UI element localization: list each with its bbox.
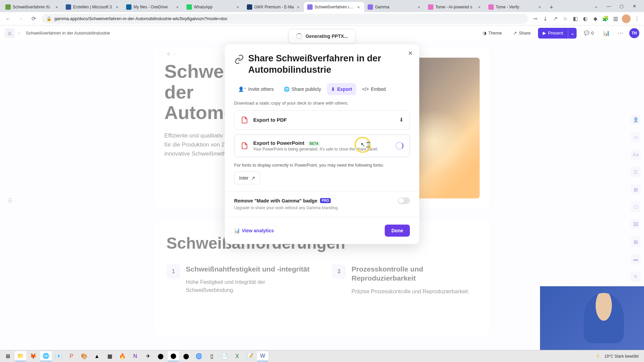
tab-title: Tome - Verify — [496, 5, 535, 9]
tab-4[interactable]: GMX Premium - E-Ma× — [244, 2, 304, 12]
tab-8[interactable]: Tome - Verify× — [485, 2, 545, 12]
app-icon[interactable]: ⬤ — [155, 351, 166, 361]
close-icon[interactable]: × — [296, 5, 301, 9]
extension-icon[interactable]: ◧ — [572, 15, 579, 22]
analytics-icon[interactable]: 📊 — [601, 28, 612, 39]
pro-badge: PRO — [320, 198, 331, 203]
app-icon[interactable]: 🔥 — [117, 351, 128, 361]
tab-7[interactable]: Tome - AI-powered s× — [425, 2, 485, 12]
close-button[interactable]: ✕ — [406, 49, 415, 58]
word-icon[interactable]: W — [257, 351, 268, 361]
tab-0[interactable]: Schweißverfahren fü× — [2, 2, 62, 12]
new-tab-button[interactable]: + — [547, 3, 556, 12]
more-button[interactable]: ⋯ — [615, 28, 626, 39]
back-button[interactable]: ← — [3, 14, 13, 23]
tab-title: GMX Premium - E-Ma — [254, 5, 294, 9]
app-icon[interactable]: 🎨 — [78, 351, 90, 361]
app-icon[interactable]: ▯ — [206, 351, 217, 361]
remove-badge-row: Remove "Made with Gamma" badge PRO — [234, 197, 410, 204]
tab-public[interactable]: 🌐Share publicly — [280, 83, 325, 95]
generating-toast: Generating PPTX... — [288, 29, 356, 44]
user-avatar[interactable]: TH — [629, 28, 639, 38]
bookmark-icon[interactable]: ☆ — [561, 15, 569, 22]
app-icon[interactable]: ▦ — [104, 351, 115, 361]
tab-invite[interactable]: 👤⁺Invite others — [234, 83, 278, 95]
cursor-icon: ↖⌛ — [361, 141, 372, 148]
forward-button[interactable]: → — [16, 14, 25, 23]
close-icon[interactable]: × — [356, 5, 361, 9]
vlc-icon[interactable]: ▲ — [91, 351, 103, 361]
close-icon[interactable]: × — [175, 5, 180, 9]
close-icon[interactable]: × — [235, 5, 240, 9]
font-download-chip[interactable]: Inter ↗ — [234, 172, 260, 184]
font-name: Inter — [239, 175, 249, 181]
obs-icon[interactable]: ⬤ — [168, 351, 179, 361]
loading-spinner-icon — [395, 142, 404, 150]
home-button[interactable]: ⌂ — [5, 28, 15, 38]
lock-icon: 🔒 — [46, 16, 52, 21]
system-tray[interactable]: ⛅ 19°C Stark bewölkt — [596, 354, 642, 359]
install-icon[interactable]: ⤓ — [541, 15, 549, 22]
powerpoint-icon[interactable]: P — [66, 351, 77, 361]
telegram-icon[interactable]: ✈ — [142, 351, 154, 361]
tab-1[interactable]: Erstellen | Microsoft 3× — [62, 2, 123, 12]
notepad-icon[interactable]: 📝 — [244, 351, 256, 361]
extension-icon[interactable]: ◐ — [582, 15, 589, 22]
app-icon[interactable]: 📄 — [219, 351, 230, 361]
app-icon[interactable]: 🌀 — [193, 351, 205, 361]
download-icon: ⬇ — [399, 117, 404, 123]
close-icon[interactable]: × — [54, 5, 59, 9]
present-options-button[interactable]: ⌄ — [568, 28, 577, 39]
tab-5[interactable]: Schweißverfahren in d× — [304, 2, 364, 12]
extensions-menu-icon[interactable]: 🧩 — [602, 15, 609, 22]
close-icon[interactable]: × — [417, 5, 421, 9]
tab-3[interactable]: WhatsApp× — [183, 2, 244, 12]
weather-icon: ⛅ — [596, 354, 601, 359]
remove-badge-toggle[interactable] — [398, 197, 410, 204]
app-icon[interactable]: ⬤ — [180, 351, 192, 361]
windows-taskbar: ⊞ 📁 🦊 🌐 📧 P 🎨 ▲ ▦ 🔥 N ✈ ⬤ ⬤ ⬤ 🌀 ▯ 📄 X 📝 … — [0, 350, 644, 362]
tab-2[interactable]: My files - OneDrive× — [123, 2, 183, 12]
close-icon[interactable]: × — [537, 5, 542, 9]
tab-export[interactable]: ⬇Export — [327, 83, 356, 95]
url-input[interactable]: 🔒 gamma.app/docs/Schweiverfahren-in-der-… — [42, 14, 528, 24]
done-button[interactable]: Done — [385, 225, 410, 237]
start-button[interactable]: ⊞ — [2, 351, 13, 361]
chrome-icon[interactable]: 🌐 — [40, 351, 52, 361]
maximize-icon[interactable]: ▢ — [616, 1, 627, 11]
close-icon[interactable]: × — [115, 5, 119, 9]
share-icon[interactable]: ↗ — [551, 15, 559, 22]
comments-button[interactable]: 💬0 — [580, 28, 598, 39]
tab-title: Schweißverfahren fü — [13, 5, 52, 9]
tab-embed[interactable]: </>Embed — [358, 83, 390, 95]
present-button[interactable]: ▶Present — [538, 28, 568, 39]
tab-title: Gamma — [375, 5, 415, 9]
chart-icon: 📊 — [234, 228, 240, 233]
outlook-icon[interactable]: 📧 — [53, 351, 64, 361]
close-icon[interactable]: × — [477, 5, 482, 9]
tab-title: Erstellen | Microsoft 3 — [73, 5, 113, 9]
modal-tabs: 👤⁺Invite others 🌐Share publicly ⬇Export … — [234, 83, 410, 95]
share-button[interactable]: ↗Share — [509, 28, 535, 39]
export-ppt-row[interactable]: Export to PowerPoint BETA Your PowerPoin… — [234, 134, 410, 157]
firefox-icon[interactable]: 🦊 — [28, 351, 39, 361]
extension-icon[interactable]: ◆ — [592, 15, 599, 22]
theme-button[interactable]: ◑Theme — [479, 28, 506, 39]
tab-6[interactable]: Gamma× — [364, 2, 425, 12]
menu-icon[interactable]: ⋮ — [633, 15, 641, 22]
sidepanel-icon[interactable]: ▥ — [612, 15, 619, 22]
close-icon[interactable]: ✕ — [629, 1, 639, 11]
chevron-down-icon[interactable]: ⌄ — [591, 1, 601, 11]
onenote-icon[interactable]: N — [129, 351, 141, 361]
reload-button[interactable]: ⟳ — [29, 14, 38, 23]
export-ppt-label: Export to PowerPoint — [253, 140, 305, 146]
view-analytics-link[interactable]: 📊 View analytics — [234, 228, 274, 233]
minimize-icon[interactable]: — — [604, 1, 614, 11]
explorer-icon[interactable]: 📁 — [15, 351, 26, 361]
profile-avatar[interactable] — [622, 14, 631, 23]
export-pdf-row[interactable]: Export to PDF ⬇ — [234, 110, 410, 130]
breadcrumb[interactable]: Schweißverfahren in der Automobilindustr… — [23, 29, 113, 37]
excel-icon[interactable]: X — [231, 351, 243, 361]
key-icon[interactable]: ⊸ — [531, 15, 539, 22]
comment-icon: 💬 — [584, 31, 589, 36]
